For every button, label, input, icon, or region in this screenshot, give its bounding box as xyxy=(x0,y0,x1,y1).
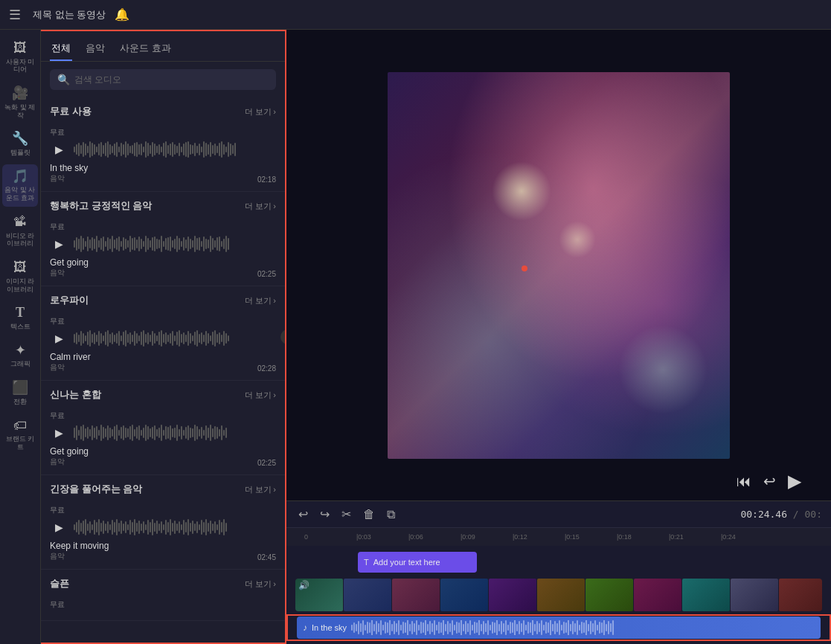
free-badge-3: 무료 xyxy=(50,316,276,326)
skip-back-button[interactable]: ⏮ xyxy=(737,473,751,490)
video-track: 🔊 xyxy=(286,576,831,614)
free-badge-6: 무료 xyxy=(50,599,276,610)
icon-sidebar: 🖼 사용자 미디어 🎥 녹화 및 제작 🔧 템플릿 🎵 음악 및 사운드 효과 … xyxy=(0,30,41,644)
user-media-icon: 🖼 xyxy=(13,40,27,57)
ruler-tick-21: |0:21 xyxy=(669,533,721,541)
video-library-icon: 📽 xyxy=(13,214,27,231)
sidebar-item-audio[interactable]: 🎵 음악 및 사운드 효과 xyxy=(2,164,38,207)
audio-item-in-the-sky: 무료 ▶ In the sky 음악 02:18 xyxy=(41,123,285,192)
tab-all[interactable]: 전체 xyxy=(50,37,72,61)
templates-icon: 🔧 xyxy=(12,131,28,147)
section-header-relaxing: 긴장을 풀어주는 음악 더 보기 › xyxy=(41,475,285,500)
text-clip[interactable]: T Add your text here xyxy=(358,552,477,573)
delete-button[interactable]: 🗑 xyxy=(360,506,378,523)
sidebar-item-brand-kit[interactable]: 🏷 브랜드 키트 xyxy=(2,413,38,456)
notification-icon[interactable]: 🔔 xyxy=(115,7,129,22)
transitions-icon: ⬛ xyxy=(12,380,28,396)
audio-duration-in-the-sky: 02:18 xyxy=(257,176,276,184)
sidebar-item-label-templates: 템플릿 xyxy=(10,149,31,157)
ruler-tick-0: 0 xyxy=(304,533,356,541)
ruler-tick-3: |0:03 xyxy=(356,533,408,541)
sidebar-item-record[interactable]: 🎥 녹화 및 제작 xyxy=(2,81,38,123)
sidebar-item-label-transitions: 전환 xyxy=(13,398,27,406)
duplicate-button[interactable]: ⧉ xyxy=(384,506,398,523)
tab-sound-effects[interactable]: 사운드 효과 xyxy=(118,37,173,61)
more-btn-exciting[interactable]: 더 보기 › xyxy=(245,390,276,401)
more-btn-sad[interactable]: 더 보기 › xyxy=(245,579,276,590)
text-icon: T xyxy=(16,305,25,321)
play-button-calm-river[interactable]: ▶ xyxy=(50,329,68,347)
bokeh-1 xyxy=(492,161,551,221)
more-btn-lofi[interactable]: 더 보기 › xyxy=(245,295,276,306)
video-strip[interactable] xyxy=(295,579,822,611)
free-badge-2: 무료 xyxy=(50,222,276,232)
sidebar-item-transitions[interactable]: ⬛ 전환 xyxy=(2,376,38,410)
sidebar-item-templates[interactable]: 🔧 템플릿 xyxy=(2,126,38,161)
ruler-marks-container: 0 |0:03 |0:06 |0:09 |0:12 |0:15 |0:18 |0… xyxy=(295,533,822,541)
video-thumb-6 xyxy=(537,579,585,611)
waveform-get-going-2 xyxy=(74,424,276,442)
play-button-keep-it-moving[interactable]: ▶ xyxy=(50,518,68,536)
ruler-tick-18: |0:18 xyxy=(617,533,669,541)
audio-duration-get-going-1: 02:25 xyxy=(257,270,276,278)
waveform-calm-river xyxy=(74,329,276,347)
sidebar-item-user-media[interactable]: 🖼 사용자 미디어 xyxy=(2,36,38,78)
audio-item-get-going-2: 무료 ▶ Get going 음악 02:25 xyxy=(41,406,285,475)
video-thumb-10 xyxy=(731,579,778,611)
audio-name-get-going-2: Get going xyxy=(50,446,89,457)
audio-sub-calm-river: 음악 xyxy=(50,362,91,373)
sidebar-item-label-brand-kit: 브랜드 키트 xyxy=(4,435,36,451)
undo-button[interactable]: ↩ xyxy=(295,506,311,523)
sidebar-item-label-user-media: 사용자 미디어 xyxy=(4,58,36,74)
audio-info-get-going-1: Get going 음악 02:25 xyxy=(50,257,276,278)
main-layout: 🖼 사용자 미디어 🎥 녹화 및 제작 🔧 템플릿 🎵 음악 및 사운드 효과 … xyxy=(0,30,831,644)
waveform-get-going-1 xyxy=(74,235,276,253)
audio-sub-keep-it-moving: 음악 xyxy=(50,551,109,561)
redo-button[interactable]: ↪ xyxy=(317,506,333,523)
play-button-get-going-2[interactable]: ▶ xyxy=(50,424,68,442)
video-thumb-4 xyxy=(440,579,488,611)
sidebar-item-graphics[interactable]: ✦ 그래픽 xyxy=(2,338,38,373)
more-btn-free-use[interactable]: 더 보기 › xyxy=(245,106,276,117)
sidebar-item-text[interactable]: T 텍스트 xyxy=(2,300,38,335)
audio-clip[interactable]: ♪ In the sky xyxy=(297,616,821,639)
volume-icon: 🔊 xyxy=(298,580,309,590)
playhead-indicator xyxy=(522,265,527,271)
audio-item-calm-river: 무료 ▶ Calm river 음악 02:28 xyxy=(41,312,285,381)
section-header-free-use: 무료 사용 더 보기 › xyxy=(41,97,285,123)
section-header-sad: 슬픈 더 보기 › xyxy=(41,570,285,595)
more-btn-happy[interactable]: 더 보기 › xyxy=(245,201,276,212)
menu-icon[interactable]: ☰ xyxy=(9,7,21,23)
audio-clip-icon: ♪ xyxy=(303,622,307,633)
search-input-wrap[interactable]: 🔍 xyxy=(50,69,276,90)
more-btn-relaxing[interactable]: 더 보기 › xyxy=(245,484,276,495)
tab-music[interactable]: 음악 xyxy=(84,37,106,61)
section-header-happy: 행복하고 긍정적인 음악 더 보기 › xyxy=(41,192,285,217)
cut-button[interactable]: ✂ xyxy=(339,506,354,523)
section-title-happy: 행복하고 긍정적인 음악 xyxy=(50,199,152,213)
brand-kit-icon: 🏷 xyxy=(13,418,27,434)
app-title: 제목 없는 동영상 xyxy=(33,8,106,22)
audio-item-sad-placeholder: 무료 xyxy=(41,595,285,621)
sidebar-item-label-video-library: 비디오 라이브러리 xyxy=(4,232,36,248)
play-button-get-going-1[interactable]: ▶ xyxy=(50,235,68,253)
video-preview: ⏮ ↩ ▶ xyxy=(286,30,831,500)
audio-clip-waveform xyxy=(351,620,815,635)
sidebar-item-video-library[interactable]: 📽 비디오 라이브러리 xyxy=(2,210,38,252)
search-input[interactable] xyxy=(74,74,269,85)
sidebar-item-label-image-library: 이미지 라이브러리 xyxy=(4,277,36,294)
audio-info-keep-it-moving: Keep it moving 음악 02:45 xyxy=(50,541,276,561)
rewind-button[interactable]: ↩ xyxy=(763,472,776,490)
audio-name-get-going-1: Get going xyxy=(50,257,89,268)
video-thumb-2 xyxy=(344,579,391,611)
timecode-display: 00:24.46 / 00: xyxy=(740,509,822,520)
audio-name-keep-it-moving: Keep it moving xyxy=(50,541,109,551)
play-pause-button[interactable]: ▶ xyxy=(788,471,801,492)
ruler-tick-9: |0:09 xyxy=(461,533,513,541)
sidebar-item-label-audio: 음악 및 사운드 효과 xyxy=(4,186,36,202)
bokeh-2 xyxy=(559,221,596,258)
audio-clip-title: In the sky xyxy=(312,623,347,632)
ruler-tick-6: |0:06 xyxy=(408,533,461,541)
play-button-in-the-sky[interactable]: ▶ xyxy=(50,141,68,158)
sidebar-item-image-library[interactable]: 🖼 이미지 라이브러리 xyxy=(2,255,38,297)
